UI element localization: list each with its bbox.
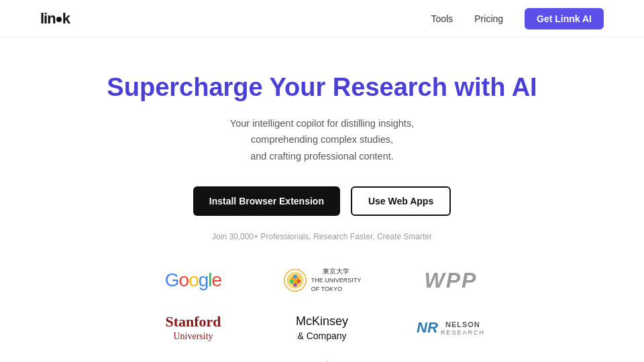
install-extension-button[interactable]: Install Browser Extension [193, 186, 340, 216]
svg-point-3 [293, 275, 297, 278]
nav-links: Tools Pricing Get Linnk AI [431, 8, 604, 29]
svg-point-5 [290, 280, 293, 283]
hero-subtitle: Your intelligent copilot for distilling … [230, 115, 414, 165]
site-logo: link [40, 10, 70, 27]
social-proof-text: Join 30,000+ Professionals, Research Fas… [212, 232, 432, 241]
ncku-logo: 花 成功大學 [146, 357, 241, 362]
nelson-research-logo: NR NELSON RESEARCH [406, 308, 496, 348]
nav-tools-link[interactable]: Tools [431, 13, 453, 24]
apple-logo [299, 355, 345, 362]
wpp-logo: WPP [414, 260, 488, 300]
svg-point-4 [297, 280, 300, 283]
utokyo-logo: 東京大学 THE UNIVERSITYOF TOKYO [272, 260, 372, 301]
anthropic-logo: ANTHROPIC [401, 357, 500, 362]
nav-pricing-link[interactable]: Pricing [474, 13, 503, 24]
hero-buttons: Install Browser Extension Use Web Apps [193, 186, 451, 216]
partner-logos: Google 東京大学 THE UNIVERSITYOF TOKYO [134, 260, 510, 362]
svg-point-6 [293, 284, 297, 287]
stanford-logo: Stanford University [154, 306, 231, 349]
mckinsey-logo: McKinsey & Company [285, 306, 359, 350]
navbar: link Tools Pricing Get Linnk AI [0, 0, 644, 38]
use-web-apps-button[interactable]: Use Web Apps [351, 186, 451, 216]
nav-cta-button[interactable]: Get Linnk AI [525, 8, 604, 29]
hero-title: Supercharge Your Research with AI [107, 72, 537, 103]
google-logo: Google [154, 260, 232, 300]
hero-section: Supercharge Your Research with AI Your i… [0, 38, 644, 362]
